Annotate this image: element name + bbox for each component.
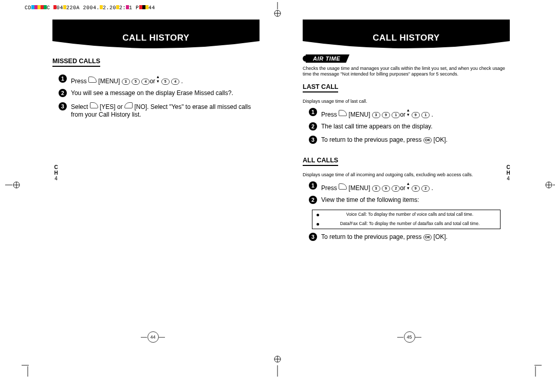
section-description: Checks the usage time and manages your c… <box>303 66 510 77</box>
softkey-icon <box>88 77 97 83</box>
pageno-dash-icon <box>159 337 165 338</box>
pill-dot-icon <box>303 55 309 62</box>
step-row: 3 Select [YES] or [NO]. Select "Yes" to … <box>52 103 260 119</box>
key-icon: 2 <box>421 185 430 192</box>
pageno-dash-icon <box>415 337 421 338</box>
step-text: [MENU] <box>347 184 372 192</box>
step-number-badge: 2 <box>59 89 67 97</box>
section-heading: MISSED CALLS <box>52 58 100 67</box>
step-text: Press <box>321 111 339 118</box>
step-text: Select [YES] or [NO]. Select "Yes" to er… <box>71 103 251 118</box>
page-number: 44 <box>147 331 159 343</box>
softkey-icon <box>90 102 98 108</box>
chapter-tab-num: 4 <box>505 176 512 181</box>
step-row: 3 To return to the previous page, press … <box>303 136 510 145</box>
pageno-dash-icon <box>397 337 403 338</box>
step-text: Press <box>71 78 88 85</box>
page-title: CALL HISTORY <box>303 33 510 43</box>
step-text: The last call time appears on the displa… <box>321 123 433 130</box>
table-cell-text: Voice Call: To display the number of voi… <box>324 212 496 217</box>
key-icon: 9 <box>382 112 390 118</box>
step-row: 2 The last call time appears on the disp… <box>303 123 510 132</box>
section-heading: ALL CALLS <box>303 157 338 166</box>
table-row: Data/Fax Call: To display the number of … <box>312 219 500 229</box>
softkey-icon <box>339 110 347 116</box>
ok-key-icon: OK <box>423 234 432 240</box>
chapter-tab: C H 4 <box>52 164 60 181</box>
step-text: To return to the previous page, press OK… <box>321 136 448 143</box>
step-text: or <box>400 184 407 192</box>
step-text: or <box>150 78 157 85</box>
step-row: 1 Press [MENU] 3 9 2or ▴▾ 9 2 . <box>303 182 510 192</box>
table-row: Voice Call: To display the number of voi… <box>312 210 500 219</box>
step-text: or <box>400 111 407 118</box>
navpad-icon: ▴▾ <box>407 181 410 191</box>
chapter-tab: C H 4 <box>505 164 512 181</box>
page-number: 45 <box>404 331 415 343</box>
step-number-badge: 3 <box>59 102 67 110</box>
step-number-badge: 3 <box>309 233 317 241</box>
left-page: C H 4 CALL HISTORY MISSED CALLS 1 Press … <box>25 10 281 348</box>
key-icon: 1 <box>392 112 400 118</box>
step-row: 3 To return to the previous page, press … <box>303 233 510 242</box>
step-text: . <box>179 78 183 85</box>
step-number-badge: 2 <box>309 196 317 204</box>
page-title: CALL HISTORY <box>52 33 260 43</box>
section-description: Displays usage time of last call. <box>303 99 510 104</box>
key-icon: 5 <box>132 79 140 85</box>
step-text: View the time of the following items: <box>321 196 419 203</box>
step-number-badge: 1 <box>59 74 67 83</box>
chapter-tab-ch: C H <box>505 164 512 176</box>
page-title-bar: CALL HISTORY <box>303 20 510 48</box>
step-number-badge: 1 <box>309 108 317 116</box>
key-icon: 3 <box>372 185 380 192</box>
crop-mark-icon <box>22 361 32 377</box>
page-spread: C H 4 CALL HISTORY MISSED CALLS 1 Press … <box>25 10 538 348</box>
chapter-tab-num: 4 <box>52 176 60 181</box>
crop-mark-icon <box>545 175 555 195</box>
step-row: 1 Press [MENU] 3 5 4or ▴▾ 5 4 . <box>52 75 260 85</box>
crop-mark-icon <box>270 354 285 377</box>
step-text: . <box>430 111 433 118</box>
crop-mark-icon <box>531 361 542 377</box>
table-cell-text: Data/Fax Call: To display the number of … <box>324 221 496 227</box>
step-text: Press <box>321 184 339 192</box>
step-text: . <box>430 184 433 192</box>
key-icon: 2 <box>392 185 400 192</box>
step-text: To return to the previous page, press OK… <box>321 233 448 240</box>
bullet-dot-icon <box>317 212 324 218</box>
key-icon: 9 <box>412 112 420 118</box>
section-pill: AIR TIME <box>303 54 349 63</box>
key-icon: 3 <box>122 79 130 85</box>
info-table: Voice Call: To display the number of voi… <box>312 210 501 229</box>
bullet-dot-icon <box>317 221 324 227</box>
step-row: 2 You will see a message on the display … <box>52 89 260 99</box>
step-number-badge: 1 <box>309 181 317 190</box>
step-row: 2 View the time of the following items: <box>303 196 510 206</box>
page-number-area: 44 <box>25 331 281 343</box>
document-page: CDC 04220A 2004.2.202:1 P44 <box>0 0 555 392</box>
section-heading: LAST CALL <box>303 83 338 92</box>
navpad-icon: ▴▾ <box>407 108 410 117</box>
right-page: C H 4 CALL HISTORY AIR TIME Checks the u… <box>281 10 538 348</box>
key-icon: 9 <box>412 185 420 192</box>
key-icon: 4 <box>141 79 150 85</box>
step-row: 1 Press [MENU] 3 9 1or ▴▾ 9 1 . <box>303 108 510 119</box>
softkey-icon <box>124 102 133 108</box>
key-icon: 9 <box>382 185 390 192</box>
page-title-bar: CALL HISTORY <box>52 20 260 48</box>
pill-label: AIR TIME <box>306 54 349 63</box>
chapter-tab-ch: C H <box>52 164 60 176</box>
step-number-badge: 3 <box>309 136 317 144</box>
key-icon: 5 <box>161 79 170 85</box>
ok-key-icon: OK <box>423 137 432 143</box>
key-icon: 1 <box>421 112 430 118</box>
key-icon: 3 <box>372 112 380 118</box>
step-text: [MENU] <box>97 78 122 85</box>
key-icon: 4 <box>171 79 179 85</box>
crop-mark-icon <box>5 175 21 195</box>
step-number-badge: 2 <box>309 122 317 130</box>
step-text: [MENU] <box>347 111 372 118</box>
navpad-icon: ▴▾ <box>157 74 159 84</box>
softkey-icon <box>339 183 347 190</box>
